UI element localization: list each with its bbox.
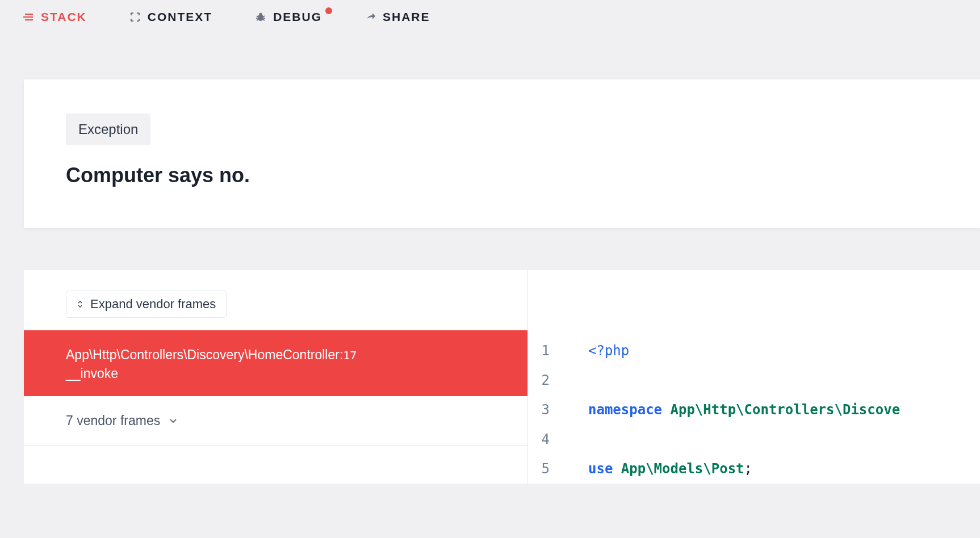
vendor-frames-label: 7 vendor frames (66, 413, 160, 428)
namespace-path: App\Http\Controllers\Discove (671, 402, 901, 418)
svg-point-4 (259, 13, 262, 16)
exception-title: Computer says no. (66, 163, 938, 187)
chevron-down-icon (168, 415, 178, 426)
code-block: 1 <?php 2 3 namespace App\Http\Controlle… (528, 270, 980, 484)
code-line: 1 <?php (528, 336, 980, 365)
exception-card: Exception Computer says no. (24, 79, 980, 228)
nav-share-label: SHARE (383, 10, 430, 24)
nav-stack-label: STACK (41, 10, 87, 24)
line-number: 4 (528, 431, 550, 447)
line-number: 3 (528, 402, 550, 418)
nav-context[interactable]: CONTEXT (129, 10, 212, 24)
code-line: 3 namespace App\Http\Controllers\Discove (528, 395, 980, 424)
semicolon: ; (744, 461, 752, 477)
top-nav: STACK CONTEXT DEBU (0, 0, 980, 34)
frame-path-text: App\Http\Controllers\Discovery\HomeContr… (66, 347, 340, 362)
nav-debug-label: DEBUG (273, 10, 322, 24)
context-icon (129, 11, 141, 23)
nav-share[interactable]: SHARE (365, 10, 430, 24)
keyword-namespace: namespace (588, 402, 662, 418)
share-icon (365, 11, 376, 23)
code-line: 5 use App\Models\Post; (528, 454, 980, 484)
use-path: App\Models\Post (621, 461, 744, 477)
line-number: 2 (528, 372, 550, 388)
stack-container: Expand vendor frames App\Http\Controller… (24, 270, 980, 484)
frame-method: __invoke (66, 366, 485, 381)
expand-vendor-frames-button[interactable]: Expand vendor frames (66, 291, 227, 318)
nav-stack[interactable]: STACK (23, 10, 87, 24)
expand-vendor-frames-label: Expand vendor frames (90, 297, 216, 312)
keyword-use: use (588, 461, 613, 477)
stack-frames-panel: Expand vendor frames App\Http\Controller… (24, 270, 528, 484)
code-line: 2 (528, 365, 980, 395)
nav-context-label: CONTEXT (148, 10, 212, 24)
line-number: 1 (528, 343, 550, 359)
code-line: 4 (528, 424, 980, 454)
debug-indicator-dot (325, 7, 332, 14)
active-stack-frame[interactable]: App\Http\Controllers\Discovery\HomeContr… (24, 330, 527, 396)
exception-badge: Exception (66, 114, 150, 145)
frame-line-number: 17 (343, 348, 357, 362)
svg-line-9 (257, 19, 258, 20)
code-panel: 1 <?php 2 3 namespace App\Http\Controlle… (528, 270, 980, 484)
svg-line-10 (263, 19, 265, 20)
php-open-tag: <?php (588, 343, 629, 359)
vendor-frames-toggle[interactable]: 7 vendor frames (24, 396, 527, 446)
nav-debug[interactable]: DEBUG (255, 10, 322, 24)
bug-icon (255, 11, 266, 23)
expand-arrows-icon (77, 300, 83, 309)
stack-icon (23, 11, 34, 23)
line-number: 5 (528, 461, 550, 477)
